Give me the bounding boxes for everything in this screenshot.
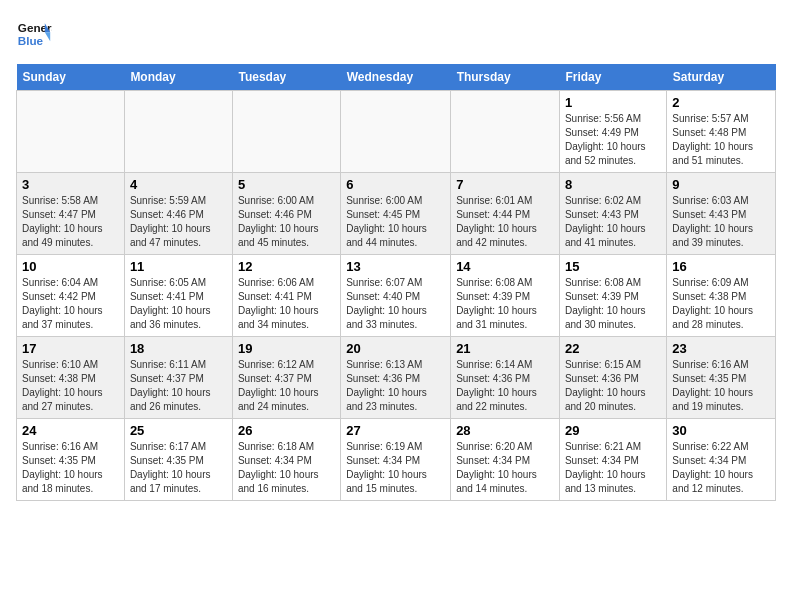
calendar-day-cell: 25Sunrise: 6:17 AM Sunset: 4:35 PM Dayli… xyxy=(124,419,232,501)
day-number: 11 xyxy=(130,259,227,274)
calendar-day-cell: 1Sunrise: 5:56 AM Sunset: 4:49 PM Daylig… xyxy=(559,91,666,173)
day-number: 27 xyxy=(346,423,445,438)
weekday-header: Sunday xyxy=(17,64,125,91)
day-info: Sunrise: 6:08 AM Sunset: 4:39 PM Dayligh… xyxy=(565,276,661,332)
day-info: Sunrise: 6:07 AM Sunset: 4:40 PM Dayligh… xyxy=(346,276,445,332)
day-number: 20 xyxy=(346,341,445,356)
calendar-day-cell: 14Sunrise: 6:08 AM Sunset: 4:39 PM Dayli… xyxy=(451,255,560,337)
day-info: Sunrise: 6:20 AM Sunset: 4:34 PM Dayligh… xyxy=(456,440,554,496)
weekday-header: Tuesday xyxy=(232,64,340,91)
calendar-day-cell: 22Sunrise: 6:15 AM Sunset: 4:36 PM Dayli… xyxy=(559,337,666,419)
day-info: Sunrise: 6:06 AM Sunset: 4:41 PM Dayligh… xyxy=(238,276,335,332)
day-info: Sunrise: 6:16 AM Sunset: 4:35 PM Dayligh… xyxy=(22,440,119,496)
day-number: 5 xyxy=(238,177,335,192)
day-number: 24 xyxy=(22,423,119,438)
day-info: Sunrise: 6:15 AM Sunset: 4:36 PM Dayligh… xyxy=(565,358,661,414)
calendar-day-cell: 19Sunrise: 6:12 AM Sunset: 4:37 PM Dayli… xyxy=(232,337,340,419)
calendar-day-cell: 10Sunrise: 6:04 AM Sunset: 4:42 PM Dayli… xyxy=(17,255,125,337)
day-info: Sunrise: 6:14 AM Sunset: 4:36 PM Dayligh… xyxy=(456,358,554,414)
calendar-day-cell: 27Sunrise: 6:19 AM Sunset: 4:34 PM Dayli… xyxy=(341,419,451,501)
day-info: Sunrise: 6:02 AM Sunset: 4:43 PM Dayligh… xyxy=(565,194,661,250)
day-info: Sunrise: 6:17 AM Sunset: 4:35 PM Dayligh… xyxy=(130,440,227,496)
calendar-week-row: 10Sunrise: 6:04 AM Sunset: 4:42 PM Dayli… xyxy=(17,255,776,337)
day-number: 10 xyxy=(22,259,119,274)
calendar-header-row: SundayMondayTuesdayWednesdayThursdayFrid… xyxy=(17,64,776,91)
day-info: Sunrise: 6:19 AM Sunset: 4:34 PM Dayligh… xyxy=(346,440,445,496)
day-info: Sunrise: 5:58 AM Sunset: 4:47 PM Dayligh… xyxy=(22,194,119,250)
calendar-day-cell: 5Sunrise: 6:00 AM Sunset: 4:46 PM Daylig… xyxy=(232,173,340,255)
day-number: 14 xyxy=(456,259,554,274)
calendar-day-cell xyxy=(232,91,340,173)
day-info: Sunrise: 5:59 AM Sunset: 4:46 PM Dayligh… xyxy=(130,194,227,250)
day-number: 2 xyxy=(672,95,770,110)
day-info: Sunrise: 6:11 AM Sunset: 4:37 PM Dayligh… xyxy=(130,358,227,414)
day-number: 28 xyxy=(456,423,554,438)
day-number: 8 xyxy=(565,177,661,192)
day-number: 9 xyxy=(672,177,770,192)
day-number: 17 xyxy=(22,341,119,356)
calendar-week-row: 3Sunrise: 5:58 AM Sunset: 4:47 PM Daylig… xyxy=(17,173,776,255)
logo: General Blue xyxy=(16,16,52,52)
weekday-header: Friday xyxy=(559,64,666,91)
day-info: Sunrise: 6:10 AM Sunset: 4:38 PM Dayligh… xyxy=(22,358,119,414)
calendar-day-cell: 16Sunrise: 6:09 AM Sunset: 4:38 PM Dayli… xyxy=(667,255,776,337)
day-number: 4 xyxy=(130,177,227,192)
calendar-day-cell: 11Sunrise: 6:05 AM Sunset: 4:41 PM Dayli… xyxy=(124,255,232,337)
calendar-day-cell xyxy=(451,91,560,173)
day-number: 23 xyxy=(672,341,770,356)
svg-text:Blue: Blue xyxy=(18,34,44,47)
day-info: Sunrise: 6:09 AM Sunset: 4:38 PM Dayligh… xyxy=(672,276,770,332)
calendar-day-cell xyxy=(341,91,451,173)
calendar-day-cell: 24Sunrise: 6:16 AM Sunset: 4:35 PM Dayli… xyxy=(17,419,125,501)
calendar-day-cell xyxy=(124,91,232,173)
day-info: Sunrise: 5:57 AM Sunset: 4:48 PM Dayligh… xyxy=(672,112,770,168)
day-number: 25 xyxy=(130,423,227,438)
calendar-day-cell: 12Sunrise: 6:06 AM Sunset: 4:41 PM Dayli… xyxy=(232,255,340,337)
day-number: 6 xyxy=(346,177,445,192)
day-number: 16 xyxy=(672,259,770,274)
weekday-header: Wednesday xyxy=(341,64,451,91)
calendar-day-cell: 29Sunrise: 6:21 AM Sunset: 4:34 PM Dayli… xyxy=(559,419,666,501)
calendar-day-cell: 20Sunrise: 6:13 AM Sunset: 4:36 PM Dayli… xyxy=(341,337,451,419)
day-number: 30 xyxy=(672,423,770,438)
day-number: 19 xyxy=(238,341,335,356)
calendar-day-cell: 28Sunrise: 6:20 AM Sunset: 4:34 PM Dayli… xyxy=(451,419,560,501)
day-info: Sunrise: 6:03 AM Sunset: 4:43 PM Dayligh… xyxy=(672,194,770,250)
calendar-week-row: 24Sunrise: 6:16 AM Sunset: 4:35 PM Dayli… xyxy=(17,419,776,501)
calendar-day-cell: 4Sunrise: 5:59 AM Sunset: 4:46 PM Daylig… xyxy=(124,173,232,255)
day-info: Sunrise: 5:56 AM Sunset: 4:49 PM Dayligh… xyxy=(565,112,661,168)
day-info: Sunrise: 6:08 AM Sunset: 4:39 PM Dayligh… xyxy=(456,276,554,332)
weekday-header: Monday xyxy=(124,64,232,91)
day-info: Sunrise: 6:12 AM Sunset: 4:37 PM Dayligh… xyxy=(238,358,335,414)
calendar-day-cell: 9Sunrise: 6:03 AM Sunset: 4:43 PM Daylig… xyxy=(667,173,776,255)
weekday-header: Saturday xyxy=(667,64,776,91)
day-number: 12 xyxy=(238,259,335,274)
calendar-day-cell: 23Sunrise: 6:16 AM Sunset: 4:35 PM Dayli… xyxy=(667,337,776,419)
day-number: 21 xyxy=(456,341,554,356)
logo-icon: General Blue xyxy=(16,16,52,52)
day-info: Sunrise: 6:00 AM Sunset: 4:45 PM Dayligh… xyxy=(346,194,445,250)
calendar-day-cell: 3Sunrise: 5:58 AM Sunset: 4:47 PM Daylig… xyxy=(17,173,125,255)
calendar-table: SundayMondayTuesdayWednesdayThursdayFrid… xyxy=(16,64,776,501)
day-info: Sunrise: 6:18 AM Sunset: 4:34 PM Dayligh… xyxy=(238,440,335,496)
calendar-day-cell: 26Sunrise: 6:18 AM Sunset: 4:34 PM Dayli… xyxy=(232,419,340,501)
calendar-day-cell: 13Sunrise: 6:07 AM Sunset: 4:40 PM Dayli… xyxy=(341,255,451,337)
day-info: Sunrise: 6:01 AM Sunset: 4:44 PM Dayligh… xyxy=(456,194,554,250)
day-info: Sunrise: 6:16 AM Sunset: 4:35 PM Dayligh… xyxy=(672,358,770,414)
day-number: 15 xyxy=(565,259,661,274)
calendar-day-cell xyxy=(17,91,125,173)
day-info: Sunrise: 6:21 AM Sunset: 4:34 PM Dayligh… xyxy=(565,440,661,496)
svg-marker-3 xyxy=(45,32,50,41)
day-number: 1 xyxy=(565,95,661,110)
calendar-day-cell: 2Sunrise: 5:57 AM Sunset: 4:48 PM Daylig… xyxy=(667,91,776,173)
calendar-day-cell: 15Sunrise: 6:08 AM Sunset: 4:39 PM Dayli… xyxy=(559,255,666,337)
calendar-day-cell: 6Sunrise: 6:00 AM Sunset: 4:45 PM Daylig… xyxy=(341,173,451,255)
calendar-day-cell: 18Sunrise: 6:11 AM Sunset: 4:37 PM Dayli… xyxy=(124,337,232,419)
day-info: Sunrise: 6:13 AM Sunset: 4:36 PM Dayligh… xyxy=(346,358,445,414)
calendar-week-row: 17Sunrise: 6:10 AM Sunset: 4:38 PM Dayli… xyxy=(17,337,776,419)
day-number: 13 xyxy=(346,259,445,274)
day-info: Sunrise: 6:04 AM Sunset: 4:42 PM Dayligh… xyxy=(22,276,119,332)
calendar-day-cell: 21Sunrise: 6:14 AM Sunset: 4:36 PM Dayli… xyxy=(451,337,560,419)
calendar-day-cell: 17Sunrise: 6:10 AM Sunset: 4:38 PM Dayli… xyxy=(17,337,125,419)
calendar-day-cell: 8Sunrise: 6:02 AM Sunset: 4:43 PM Daylig… xyxy=(559,173,666,255)
